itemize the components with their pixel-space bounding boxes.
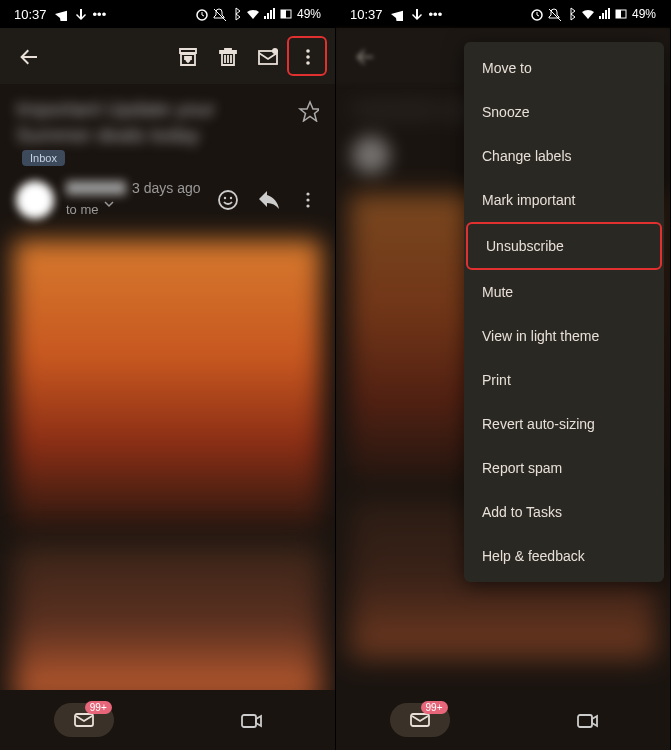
battery-icon xyxy=(280,7,294,21)
svg-point-10 xyxy=(230,197,232,199)
nav-video[interactable] xyxy=(557,709,617,731)
overflow-menu: Move toSnoozeChange labelsMark important… xyxy=(464,42,664,582)
menu-item-print[interactable]: Print xyxy=(464,358,664,402)
svg-point-6 xyxy=(306,55,310,59)
mute-icon xyxy=(547,7,561,21)
svg-rect-2 xyxy=(281,10,286,18)
svg-point-5 xyxy=(306,49,310,53)
status-time: 10:37 xyxy=(350,7,383,22)
svg-point-4 xyxy=(272,48,278,54)
svg-point-9 xyxy=(224,197,226,199)
nav-mail[interactable]: 99+ xyxy=(54,703,114,737)
menu-item-mute[interactable]: Mute xyxy=(464,270,664,314)
navbar: 99+ xyxy=(336,690,670,750)
menu-item-add-to-tasks[interactable]: Add to Tasks xyxy=(464,490,664,534)
chevron-down-icon xyxy=(103,198,125,220)
svg-point-12 xyxy=(306,198,309,201)
svg-point-8 xyxy=(219,191,237,209)
back-button[interactable] xyxy=(8,36,48,76)
archive-button[interactable] xyxy=(167,36,207,76)
svg-rect-18 xyxy=(616,10,621,18)
wifi-icon xyxy=(581,7,595,21)
mail-badge: 99+ xyxy=(421,701,448,714)
wifi-icon xyxy=(246,7,260,21)
alarm-icon xyxy=(195,7,209,21)
svg-point-7 xyxy=(306,61,310,65)
status-time: 10:37 xyxy=(14,7,47,22)
menu-item-move-to[interactable]: Move to xyxy=(464,46,664,90)
back-button[interactable] xyxy=(344,36,384,76)
avatar[interactable] xyxy=(16,181,54,219)
bluetooth-icon xyxy=(564,7,578,21)
menu-item-help-feedback[interactable]: Help & feedback xyxy=(464,534,664,578)
svg-point-11 xyxy=(306,192,309,195)
menu-item-mark-important[interactable]: Mark important xyxy=(464,178,664,222)
menu-item-revert-auto-sizing[interactable]: Revert auto-sizing xyxy=(464,402,664,446)
signal-icon xyxy=(598,7,612,21)
email-image-2 xyxy=(14,544,321,704)
svg-rect-20 xyxy=(578,715,592,727)
menu-item-change-labels[interactable]: Change labels xyxy=(464,134,664,178)
nav-mail[interactable]: 99+ xyxy=(390,703,450,737)
alarm-icon xyxy=(530,7,544,21)
phone-left: 10:37 ••• 49% xyxy=(0,0,335,750)
subject-area: Important Update your Summer deals today… xyxy=(0,84,335,174)
more-button[interactable] xyxy=(287,36,327,76)
battery-text: 49% xyxy=(632,7,656,21)
telegram-icon xyxy=(389,7,403,21)
download-icon xyxy=(409,7,423,21)
bluetooth-icon xyxy=(229,7,243,21)
mail-badge: 99+ xyxy=(85,701,112,714)
menu-item-snooze[interactable]: Snooze xyxy=(464,90,664,134)
more-icon: ••• xyxy=(93,7,107,22)
sender-row: 3 days ago to me xyxy=(0,174,335,230)
to-line[interactable]: to me xyxy=(66,198,205,220)
reply-icon[interactable] xyxy=(257,189,279,211)
mark-unread-button[interactable] xyxy=(247,36,287,76)
svg-point-13 xyxy=(306,204,309,207)
telegram-icon xyxy=(53,7,67,21)
phone-right: 10:37 ••• 49% Important Update Move toSn… xyxy=(335,0,670,750)
menu-item-report-spam[interactable]: Report spam xyxy=(464,446,664,490)
menu-item-view-in-light-theme[interactable]: View in light theme xyxy=(464,314,664,358)
toolbar xyxy=(0,28,335,84)
delete-button[interactable] xyxy=(207,36,247,76)
nav-video[interactable] xyxy=(221,709,281,731)
email-image-1 xyxy=(14,240,321,530)
subject-text: Important Update your Summer deals today xyxy=(16,96,287,148)
svg-rect-15 xyxy=(242,715,256,727)
menu-item-unsubscribe[interactable]: Unsubscribe xyxy=(466,222,662,270)
battery-icon xyxy=(615,7,629,21)
emoji-icon[interactable] xyxy=(217,189,239,211)
sender-date: 3 days ago xyxy=(132,180,201,196)
more-icon: ••• xyxy=(429,7,443,22)
sender-name xyxy=(66,181,126,195)
star-button[interactable] xyxy=(297,96,319,128)
email-more-icon[interactable] xyxy=(297,189,319,211)
inbox-chip[interactable]: Inbox xyxy=(22,150,65,166)
download-icon xyxy=(73,7,87,21)
statusbar: 10:37 ••• 49% xyxy=(0,0,335,28)
navbar: 99+ xyxy=(0,690,335,750)
battery-text: 49% xyxy=(297,7,321,21)
signal-icon xyxy=(263,7,277,21)
statusbar: 10:37 ••• 49% xyxy=(336,0,670,28)
email-body xyxy=(0,230,335,714)
mute-icon xyxy=(212,7,226,21)
